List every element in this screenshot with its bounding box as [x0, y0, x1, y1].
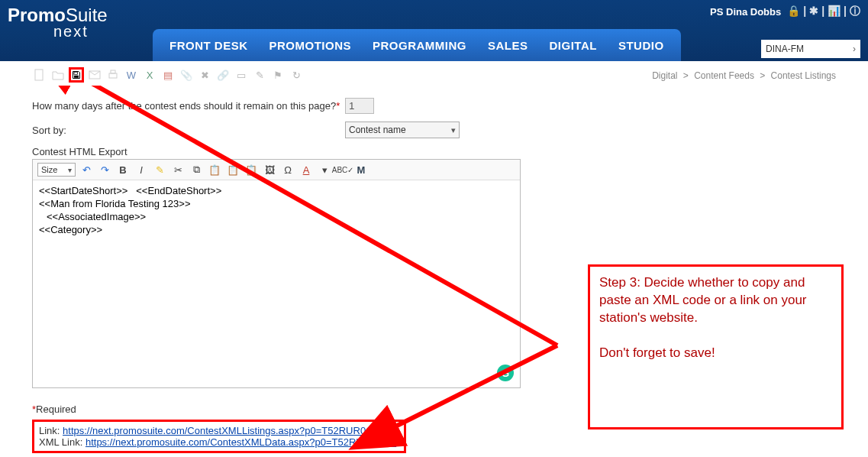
sort-select[interactable]: Contest name	[345, 122, 460, 138]
nav-programming[interactable]: PROGRAMMING	[362, 31, 477, 60]
attach-icon[interactable]: 📎	[179, 67, 194, 83]
nav-studio[interactable]: STUDIO	[608, 31, 675, 60]
font-size-select[interactable]: Size	[37, 163, 76, 177]
paste-icon[interactable]: 📋	[207, 163, 222, 177]
station-selector[interactable]: DINA-FM	[761, 40, 860, 58]
link-label: Link:	[39, 425, 63, 436]
crumb-2[interactable]: Content Feeds	[694, 70, 754, 81]
editor-toolbar: Size ↶ ↷ B I ✎ ✂ ⧉ 📋 📋 📋 🖼 Ω A ▾ ABC✓ M	[33, 160, 520, 180]
delete-icon[interactable]: ✖	[197, 67, 212, 83]
contest-link[interactable]: https://next.promosuite.com/ContestXMLLi…	[63, 425, 386, 436]
paste-word-icon[interactable]: 📋	[244, 163, 259, 177]
breadcrumb: Digital > Content Feeds > Contest Listin…	[652, 70, 836, 81]
sort-label: Sort by:	[32, 125, 345, 136]
open-icon[interactable]	[50, 67, 66, 83]
help-icon[interactable]: ⓘ	[850, 5, 860, 18]
lock-icon[interactable]: 🔒	[787, 5, 800, 18]
days-label: How many days after the contest ends sho…	[32, 100, 345, 112]
svg-rect-5	[111, 70, 115, 73]
svg-rect-1	[74, 72, 78, 74]
nav-digital[interactable]: DIGITAL	[539, 31, 608, 60]
italic-icon[interactable]: I	[134, 163, 149, 177]
annotation-callout: Step 3: Decide whether to copy and paste…	[588, 264, 844, 429]
days-input[interactable]	[345, 98, 374, 114]
contest-xml-link[interactable]: https://next.promosuite.com/ContestXMLDa…	[86, 436, 396, 448]
svg-rect-4	[109, 73, 117, 78]
logo-part2: Suite	[66, 5, 108, 25]
sep: |	[844, 5, 847, 18]
main-nav: FRONT DESK PROMOTIONS PROGRAMMING SALES …	[153, 29, 868, 61]
print-icon[interactable]	[105, 67, 121, 83]
paste-plain-icon[interactable]: 📋	[225, 163, 240, 177]
sort-value: Contest name	[349, 125, 406, 135]
grammarly-icon[interactable]: G	[497, 365, 514, 381]
callout-para2: Don't forget to save!	[599, 345, 832, 362]
html-editor: Size ↶ ↷ B I ✎ ✂ ⧉ 📋 📋 📋 🖼 Ω A ▾ ABC✓ M …	[32, 159, 521, 388]
app-logo: PromoSuite next	[8, 5, 108, 41]
settings-icon[interactable]: ✱	[809, 5, 818, 18]
header-bar: PromoSuite next PS Dina Dobbs 🔒 | ✱ | 📊 …	[0, 0, 868, 61]
merge-field-icon[interactable]: M	[353, 163, 369, 177]
nav-front-desk[interactable]: FRONT DESK	[159, 31, 259, 60]
user-area: PS Dina Dobbs 🔒 | ✱ | 📊 | ⓘ	[710, 5, 860, 18]
nav-sales[interactable]: SALES	[477, 31, 539, 60]
save-button[interactable]	[69, 67, 84, 83]
redo-icon[interactable]: ↷	[97, 163, 112, 177]
word-icon[interactable]: W	[124, 67, 139, 83]
card-icon[interactable]: ▭	[234, 67, 249, 83]
new-icon[interactable]	[32, 67, 47, 83]
crumb-3[interactable]: Contest Listings	[771, 70, 836, 81]
content-area: How many days after the contest ends sho…	[0, 86, 868, 457]
text-color-icon[interactable]: A	[298, 163, 314, 177]
link-icon[interactable]: 🔗	[215, 67, 231, 83]
undo-icon[interactable]: ↶	[79, 163, 94, 177]
logo-part1: Promo	[8, 5, 66, 25]
svg-rect-0	[35, 70, 43, 80]
page-toolbar: W X ▤ 📎 ✖ 🔗 ▭ ✎ ⚑ ↻ Digital > Content Fe…	[0, 61, 868, 86]
xml-link-label: XML Link:	[39, 436, 86, 448]
dropdown-icon[interactable]: ▾	[317, 163, 332, 177]
bold-icon[interactable]: B	[115, 163, 131, 177]
crumb-1[interactable]: Digital	[652, 70, 677, 81]
copy-icon[interactable]: ⧉	[189, 163, 204, 177]
omega-icon[interactable]: Ω	[280, 163, 295, 177]
flag-icon[interactable]: ⚑	[270, 67, 286, 83]
user-name[interactable]: PS Dina Dobbs	[710, 6, 781, 18]
pdf-icon[interactable]: ▤	[160, 67, 176, 83]
editor-section-label: Contest HTML Export	[32, 146, 836, 157]
callout-para1: Step 3: Decide whether to copy and paste…	[599, 274, 832, 327]
refresh-icon[interactable]: ↻	[289, 67, 304, 83]
mail-icon[interactable]	[87, 67, 102, 83]
sep: |	[803, 5, 806, 18]
excel-icon[interactable]: X	[142, 67, 157, 83]
spellcheck-icon[interactable]: ABC✓	[335, 163, 350, 177]
editor-textarea[interactable]: <<StartDateShort>> <<EndDateShort>> <<Ma…	[33, 180, 520, 387]
svg-rect-2	[74, 76, 79, 78]
station-value: DINA-FM	[766, 44, 804, 54]
edit-icon[interactable]: ✎	[252, 67, 267, 83]
image-icon[interactable]: 🖼	[262, 163, 277, 177]
nav-promotions[interactable]: PROMOTIONS	[259, 31, 363, 60]
cut-icon[interactable]: ✂	[170, 163, 186, 177]
sep: |	[821, 5, 824, 18]
links-box: Link: https://next.promosuite.com/Contes…	[32, 420, 406, 453]
stats-icon[interactable]: 📊	[828, 5, 841, 18]
highlight-icon[interactable]: ✎	[152, 163, 167, 177]
